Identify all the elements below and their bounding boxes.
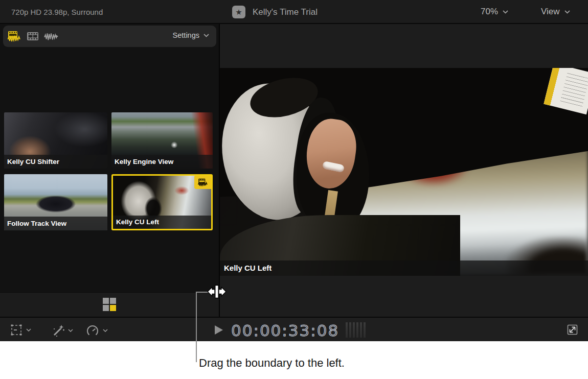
angle-thumbnail-kelly-engine-view[interactable]: Kelly Engine View [111,112,213,169]
chevron-down-icon [68,329,73,332]
active-angle-badge [194,175,212,189]
chevron-down-icon [503,10,508,14]
zoom-level-value: 70% [481,7,498,17]
chevron-down-icon [26,328,31,331]
angle-thumbnail-kelly-cu-left-selected[interactable]: Kelly CU Left [111,174,213,230]
star-icon: ★ [235,8,242,17]
retime-menu[interactable] [86,324,108,337]
fullscreen-button[interactable] [566,323,579,339]
speedometer-icon [86,324,99,337]
view-menu-label: View [541,7,560,17]
viewer-panel: Kelly CU Left [220,24,588,317]
angle-label: Kelly CU Left [113,216,211,229]
display-mode-audio-only-button[interactable] [44,31,58,42]
enhancements-menu[interactable] [51,324,73,337]
bank-cell [103,305,109,311]
angle-viewer-panel: Settings Kelly CU Shifter Kelly Engine V… [0,24,219,317]
angle-viewer-footer [0,292,219,317]
angle-label: Kelly CU Shifter [4,155,107,169]
transform-tools-menu[interactable] [10,324,31,336]
chevron-down-icon [203,34,209,37]
settings-menu-label: Settings [173,31,199,39]
waveform-icon [44,32,58,41]
favorite-star-button[interactable]: ★ [232,6,245,18]
bank-cell [110,298,116,304]
angle-thumbnail-kelly-cu-shifter[interactable]: Kelly CU Shifter [4,112,107,169]
bank-cell-active [110,305,116,311]
top-bar: 720p HD 23.98p, Surround ★ Kelly's Time … [0,0,588,24]
bank-cell [103,298,109,304]
view-menu[interactable]: View [541,7,570,17]
final-cut-pro-window: 720p HD 23.98p, Surround ★ Kelly's Time … [0,0,588,379]
resize-horizontal-cursor-icon [207,284,227,301]
project-format-label: 720p HD 23.98p, Surround [11,8,103,16]
angle-label: Kelly Engine View [111,155,213,169]
timecode-display[interactable]: 00:00:33:08 [231,321,339,340]
annotation-caption: Drag the boundary to the left. [199,357,345,370]
filmstrip-waveform-icon [198,178,208,186]
viewer-zoom-menu[interactable]: 70% [481,7,508,17]
viewer-video-frame: Kelly CU Left [220,68,588,276]
transform-crop-icon [10,324,22,336]
project-title[interactable]: Kelly's Time Trial [253,7,318,17]
callout-line-vertical [196,292,197,362]
filmstrip-icon [27,32,39,41]
magic-wand-icon [51,324,64,337]
chevron-down-icon [103,329,108,332]
angle-viewer-header: Settings [3,26,216,47]
transport-bar: 00:00:33:08 [0,317,588,341]
play-button[interactable] [215,325,223,335]
fullscreen-expand-icon [566,323,579,337]
display-mode-video-audio-button[interactable] [7,31,21,42]
viewer-angle-label: Kelly CU Left [220,260,588,276]
angle-thumbnail-follow-track-view[interactable]: Follow Track View [4,174,107,230]
angle-bank-selector-button[interactable] [103,298,116,311]
audio-meters [346,322,366,338]
chevron-down-icon [564,10,570,14]
display-mode-video-only-button[interactable] [26,31,40,42]
filmstrip-waveform-icon [8,31,21,42]
angle-viewer-settings-menu[interactable]: Settings [173,31,209,39]
angle-label: Follow Track View [4,217,107,230]
